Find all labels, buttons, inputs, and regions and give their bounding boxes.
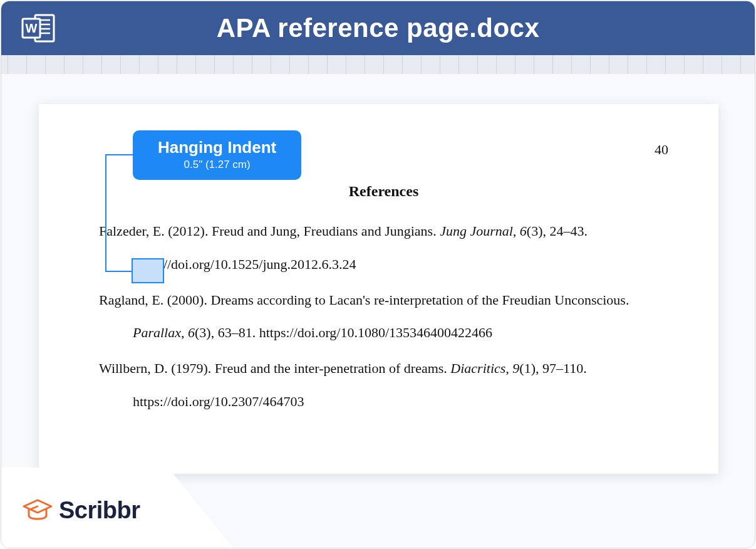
canvas-area: 40 Hanging Indent 0.5" (1.27 cm) Referen… xyxy=(1,74,755,548)
hanging-indent-callout: Hanging Indent 0.5" (1.27 cm) xyxy=(133,130,301,180)
reference-entry: Ragland, E. (2000). Dreams according to … xyxy=(99,284,668,350)
scribbr-brand-name: Scribbr xyxy=(59,497,140,524)
indent-marker xyxy=(132,258,164,283)
callout-title: Hanging Indent xyxy=(158,138,276,157)
app-window: W APA reference page.docx 40 Hanging Ind… xyxy=(1,1,755,548)
titlebar: W APA reference page.docx xyxy=(1,1,755,55)
ruler xyxy=(1,55,755,74)
graduation-cap-icon xyxy=(23,498,53,523)
word-icon: W xyxy=(21,13,56,44)
callout-subtitle: 0.5" (1.27 cm) xyxy=(158,159,276,171)
document-title: APA reference page.docx xyxy=(217,13,540,43)
document-page: 40 Hanging Indent 0.5" (1.27 cm) Referen… xyxy=(39,104,718,474)
reference-entry: Falzeder, E. (2012). Freud and Jung, Fre… xyxy=(99,215,668,281)
logo-tab: Scribbr xyxy=(1,473,227,548)
reference-entry: Willbern, D. (1979). Freud and the inter… xyxy=(99,352,668,419)
references-heading: References xyxy=(99,183,668,200)
references-list: Falzeder, E. (2012). Freud and Jung, Fre… xyxy=(99,215,668,419)
callout-connector xyxy=(105,154,133,155)
page-number: 40 xyxy=(655,142,668,158)
scribbr-logo: Scribbr xyxy=(23,497,140,524)
svg-text:W: W xyxy=(26,21,38,35)
